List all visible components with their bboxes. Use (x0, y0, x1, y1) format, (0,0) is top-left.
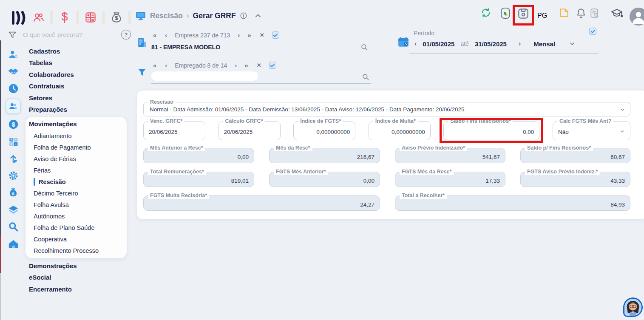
field-value: 0,00 (275, 175, 374, 187)
company-search-icon[interactable] (360, 43, 368, 51)
search-placeholder[interactable]: O que você procura? (23, 31, 115, 38)
period-mode-select[interactable]: Mensal (533, 40, 555, 48)
sidebar-item-esocial[interactable]: eSocial (29, 274, 51, 281)
period-end-date[interactable]: 31/05/2025 (475, 40, 507, 48)
notes-icon[interactable] (559, 7, 570, 18)
sync-icon[interactable] (480, 7, 491, 18)
period-prev-button[interactable]: ‹ (414, 40, 417, 48)
help-icon[interactable]: ? (121, 30, 131, 40)
layers-icon[interactable] (6, 202, 21, 217)
employee-next-button[interactable]: › (235, 62, 237, 69)
sidebar-group-movimentacoes[interactable]: Movimentações (29, 120, 77, 127)
employee-clear-button[interactable]: ✕ (257, 62, 261, 68)
audit-log-icon[interactable] (589, 7, 600, 19)
settings-gear-icon[interactable] (6, 168, 21, 183)
employee-first-button[interactable]: « (153, 62, 157, 69)
period-mode-chevron-icon[interactable] (569, 40, 576, 47)
payroll-money-icon[interactable]: $ (6, 116, 21, 132)
money-bag-icon[interactable] (110, 10, 123, 25)
company-checkbox[interactable] (272, 31, 279, 39)
period-next-button[interactable]: › (519, 40, 521, 48)
breadcrumb-section[interactable]: Rescisão (150, 11, 183, 20)
company-name[interactable]: 81 - EMPRESA MODELO (151, 44, 220, 51)
collapse-header-icon[interactable] (254, 11, 262, 20)
handshake-icon[interactable] (6, 64, 21, 79)
sidebar-item-tabelas[interactable]: Tabelas (29, 59, 52, 66)
sidebar-item-ferias[interactable]: Férias (34, 167, 51, 174)
chevron-down-icon[interactable] (620, 107, 625, 112)
field-saldo-fins-rescisorios[interactable]: Saldo Fins Rescisórios* 0,00 (443, 121, 539, 140)
user-avatar[interactable] (630, 8, 644, 25)
company-clear-button[interactable]: ✕ (260, 32, 264, 38)
sidebar-item-recolhimento-processo[interactable]: Recolhimento Processo (34, 247, 99, 254)
field-indice-multa[interactable]: Índice de Multa* 0,000000000 (369, 121, 431, 140)
sidebar-item-encerramento[interactable]: Encerramento (29, 286, 72, 293)
pg-button[interactable]: PG (537, 12, 547, 20)
sidebar-item-aviso-de-ferias[interactable]: Aviso de Férias (34, 156, 76, 162)
training-icon[interactable] (610, 7, 623, 19)
sidebar-item-rescisao-selected[interactable]: Rescisão (34, 178, 66, 186)
sidebar-item-demonstracoes[interactable]: Demonstrações (29, 262, 77, 269)
money-bag-blue-icon[interactable]: $ (6, 185, 21, 200)
info-icon[interactable] (240, 12, 247, 20)
app-logo-icon[interactable] (10, 9, 27, 26)
rescisao-select-value: Normal - Data Admissão: 01/06/2025 - Dat… (150, 102, 464, 116)
sidebar-item-cadastros[interactable]: Cadastros (29, 48, 60, 55)
employee-search-icon[interactable] (362, 73, 369, 81)
field-value: 24,27 (149, 198, 374, 210)
sidebar-item-preparacoes[interactable]: Preparações (29, 106, 67, 113)
sidebar-item-autonomos[interactable]: Autônomos (34, 213, 65, 220)
clock-icon[interactable] (6, 81, 21, 96)
raise-percent-icon[interactable] (6, 151, 21, 166)
employee-checkbox[interactable] (269, 62, 276, 69)
search-blue-icon[interactable] (6, 219, 21, 234)
field-indice-fgts[interactable]: Índice de FGTS* 0,000000000 (293, 121, 355, 140)
period-start-date[interactable]: 01/05/2025 (423, 40, 454, 48)
employees-icon[interactable] (32, 10, 45, 25)
field-calc-fgts-mes-ant[interactable]: Calc FGTS Mês Ant? Não (553, 121, 630, 140)
employee-prev-button[interactable]: ‹ (165, 62, 167, 69)
field-venc-grfc[interactable]: Venc. GRFC* 20/06/2025 (143, 121, 205, 140)
collaborators-icon-active[interactable] (6, 99, 21, 114)
company-last-button[interactable]: » (247, 31, 252, 39)
period-checkbox[interactable] (589, 28, 596, 35)
sidebar-item-setores[interactable]: Setores (29, 94, 52, 102)
save-icon[interactable] (517, 7, 530, 20)
person-settings-icon[interactable] (6, 47, 21, 62)
sidebar-item-decimo-terceiro[interactable]: Décimo Terceiro (34, 190, 78, 197)
field-total-remuneracoes: Total Remunerações* 819,01 (143, 172, 254, 187)
field-label: FGTS Aviso Prévio Indeniz.* (525, 169, 600, 175)
sidebar-item-cooperativa[interactable]: Cooperativa (34, 236, 67, 243)
divider (76, 11, 79, 24)
sidebar-item-folha-avulsa[interactable]: Folha Avulsa (34, 201, 69, 208)
certificate-icon[interactable] (500, 7, 511, 19)
sidebar-item-adiantamento[interactable]: Adiantamento (34, 133, 71, 139)
employee-name-redacted[interactable] (151, 71, 258, 81)
global-search[interactable]: O que você procura? ? (8, 30, 131, 40)
field-calculo-grfc[interactable]: Cálculo GRFC* 20/06/2025 (218, 121, 281, 140)
svg-text:−: − (14, 137, 17, 142)
field-label: Saldo Fins Rescisórios* (448, 118, 513, 125)
field-label: Mês Anterior a Resc* (148, 145, 205, 151)
employee-last-button[interactable]: » (244, 62, 249, 69)
company-first-button[interactable]: « (153, 31, 157, 39)
field-label: Índice de Multa* (373, 118, 418, 125)
chatbot-assistant-button[interactable] (623, 297, 643, 317)
sidebar-item-colaboradores[interactable]: Colaboradores (29, 71, 74, 78)
sidebar-item-folha-plano-saude[interactable]: Folha de Plano Saúde (34, 224, 95, 231)
field-label: Aviso Prévio Indenizado* (400, 145, 467, 151)
divider (128, 11, 131, 24)
sidebar-item-contratuais[interactable]: Contratuais (29, 82, 64, 90)
employee-underline (151, 83, 371, 84)
calc-blue-icon[interactable]: +−×= (6, 134, 21, 149)
chevron-down-icon[interactable] (620, 129, 625, 134)
company-record-nav: « ‹ Empresa 237 de 713 › » ✕ (153, 31, 279, 39)
home-icon[interactable] (6, 236, 21, 252)
finance-icon[interactable] (58, 10, 71, 25)
bell-icon[interactable] (576, 7, 587, 19)
company-prev-button[interactable]: ‹ (165, 31, 167, 39)
company-next-button[interactable]: › (238, 31, 240, 39)
sidebar-item-folha-de-pagamento[interactable]: Folha de Pagamento (34, 144, 91, 151)
calculator-icon[interactable] (84, 10, 97, 25)
rescisao-select[interactable]: Rescisão Normal - Data Admissão: 01/06/2… (143, 102, 630, 116)
